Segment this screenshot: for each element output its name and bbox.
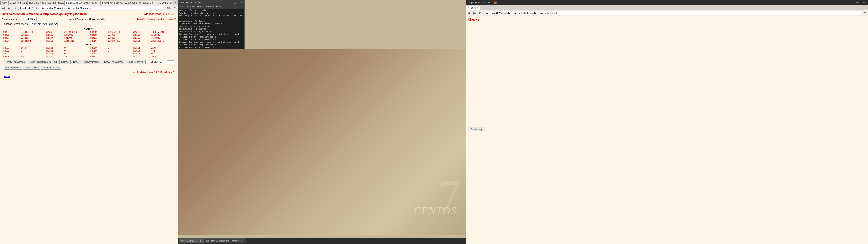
monitor-label: Select counter to monitor	[2, 23, 29, 25]
cell: aida13	[132, 46, 151, 49]
show-log-button[interactable]: Show Log	[468, 127, 485, 131]
cell: 0	[107, 52, 132, 55]
show-log-area: Show Log	[468, 125, 866, 131]
cell: aida12	[89, 55, 107, 58]
page-content: Data Acquisition Statistics @ http carme…	[0, 11, 178, 244]
cell: 1655720	[151, 33, 176, 36]
menu-edit[interactable]: Edit	[184, 5, 188, 8]
tab-asic[interactable]: ASIC Control @ carm... ✕	[154, 1, 173, 5]
menu-file[interactable]: File	[179, 5, 183, 8]
cell: aida02	[2, 49, 20, 52]
tab-experiment[interactable]: Experiment Control @... ✕	[8, 1, 28, 5]
cell: 3040	[151, 55, 176, 58]
terminal-title: AIDA MIDAS HTTPd	[180, 1, 202, 4]
tab-label: Run Control @ carm...	[29, 2, 46, 4]
url-bar[interactable]	[18, 6, 164, 10]
cell: 2008360671	[151, 39, 176, 42]
cell: aida12	[45, 39, 64, 42]
cell: 0	[20, 49, 45, 52]
firefox-tab-checks[interactable]: Checks ✕	[466, 6, 480, 10]
firefox-content: Checks Show Log	[466, 16, 868, 244]
tab-run-control[interactable]: Run Control @ carm... ✕	[28, 1, 46, 5]
cell: 14533516	[64, 39, 89, 42]
new-tab-button[interactable]: +	[173, 1, 178, 4]
tab-control[interactable]: Control @ carme-gsi... ✕	[82, 1, 100, 5]
cell: 235	[64, 55, 89, 58]
counter-section-label: Counter	[2, 27, 176, 30]
maximize-button[interactable]: □	[237, 1, 239, 4]
tab-label: Control @ carme-gsi...	[84, 2, 100, 4]
action-buttons: Empty Log Window Send Log Window to ELog…	[2, 59, 176, 65]
firefox-menu-button[interactable]: ≡	[863, 11, 867, 16]
empty-log-button[interactable]: Empty Log Window	[4, 60, 27, 64]
cell: 0	[151, 52, 176, 55]
minimize-button[interactable]: _	[234, 1, 236, 4]
tab-label: GSI White Rabbit Tr...	[121, 2, 137, 4]
reload-page-button[interactable]: Reload	[59, 60, 71, 64]
firefox-back-button[interactable]: ◀	[467, 11, 471, 16]
monitor-select[interactable]: AIDA ADC data items	[31, 22, 58, 26]
table-row: aida02 5563063 aida06 1348902 aida10 601…	[2, 33, 176, 36]
monitor-row: Select counter to monitor AIDA ADC data …	[2, 22, 176, 26]
terminal-menubar: File Edit View Search Terminal Help	[178, 5, 244, 9]
panel-applications[interactable]: Applications	[467, 1, 482, 4]
tab-bar: AIDA ✕ Experiment Control @... ✕ Run Con…	[0, 0, 178, 5]
tab-white-rabbit[interactable]: GSI White Rabbit Tr... ✕	[119, 1, 137, 5]
checks-page-title: Checks	[468, 18, 866, 21]
tab-label: ASIC Control @ carm...	[156, 2, 173, 4]
update-once-button[interactable]: Update Once	[23, 66, 40, 69]
tab-label: Temperature and st...	[138, 2, 154, 4]
tab-temperature[interactable]: Temperature and st... ✕	[137, 1, 154, 5]
forward-button[interactable]: ▶	[6, 6, 11, 10]
enable-logging-button[interactable]: Enable Logging	[126, 60, 146, 64]
show-log-window-button[interactable]: Show Log Window	[102, 60, 125, 64]
send-log-button[interactable]: Send Log Window to ELog	[28, 60, 59, 64]
tab-close-icon[interactable]: ✕	[476, 7, 478, 9]
tab-aida[interactable]: AIDA ✕	[0, 1, 8, 5]
menu-view[interactable]: View	[190, 5, 195, 8]
auto-update-button[interactable]: AutoUpdate On	[41, 66, 61, 69]
cell: aida04	[2, 55, 20, 58]
acq-server-select[interactable]: aida16	[25, 17, 37, 21]
close-button[interactable]: ✕	[240, 1, 243, 4]
show-vars-button[interactable]: Show Variables	[82, 60, 101, 64]
taskbar-aida-midas[interactable]: AIDA MIDAS HTTPd	[179, 238, 204, 243]
cell: 0	[64, 52, 89, 55]
tab-system-checks[interactable]: System wide Checks... ✕	[100, 1, 119, 5]
reset-button[interactable]: Reset	[71, 60, 81, 64]
tab-statistics[interactable]: Statistics @ carme-... ✕	[64, 1, 82, 5]
menu-help[interactable]: Help	[216, 5, 221, 8]
module-index-label: Module Index:	[151, 61, 166, 63]
cell: aida03	[2, 52, 20, 55]
acq-servers-label: Acquisition Servers aida16	[2, 17, 37, 21]
firefox-url-bar[interactable]	[484, 11, 862, 16]
panel-places[interactable]: Places	[483, 1, 491, 4]
menu-button[interactable]: ≡	[173, 6, 177, 10]
firefox-reload-button[interactable]: ↺	[478, 11, 483, 16]
terminal-window: AIDA MIDAS HTTPd _ □ ✕ File Edit View Se…	[178, 0, 245, 49]
show-all-link[interactable]: Show ALL Data Acquisition Servers?	[135, 18, 176, 20]
module-index: Module Index:	[151, 60, 174, 64]
table-row: aida04 178 aida08 235 aida12 0 aida16 30…	[2, 55, 176, 58]
reload-button[interactable]: ↺	[12, 6, 17, 10]
menu-terminal[interactable]: Terminal	[206, 5, 215, 8]
firefox-forward-button[interactable]: ▶	[472, 11, 477, 16]
menu-search[interactable]: Search	[197, 5, 204, 8]
firefox-nav-bar: ◀ ▶ ↺ ≡	[466, 10, 868, 16]
acq-label: Acquisition Servers	[2, 18, 23, 20]
cell: aida11	[89, 36, 107, 39]
centos-watermark: CENTOS	[414, 205, 457, 217]
home-link[interactable]: Home	[2, 74, 176, 79]
module-index-input[interactable]	[167, 60, 174, 64]
cell: 5563063	[20, 33, 45, 36]
taskbar-statistics[interactable]: Statistics @ carme-gsi — Mozilla Fir...	[204, 238, 246, 243]
cell: aida06	[45, 33, 64, 36]
zero-stats-button[interactable]: Zero Statistics	[4, 66, 22, 69]
back-button[interactable]: ◀	[1, 6, 6, 10]
cell: 1099447241	[107, 39, 132, 42]
cell: aida05	[45, 46, 64, 49]
current-acq-label: Current Acquisition Server aida16	[68, 18, 105, 20]
cell: 3643194	[20, 36, 45, 39]
tab-spectrum[interactable]: Spectrum Browser @... ✕	[46, 1, 65, 5]
table-row: aida04 95168068 aida12 14533516 aida15 1…	[2, 39, 176, 42]
